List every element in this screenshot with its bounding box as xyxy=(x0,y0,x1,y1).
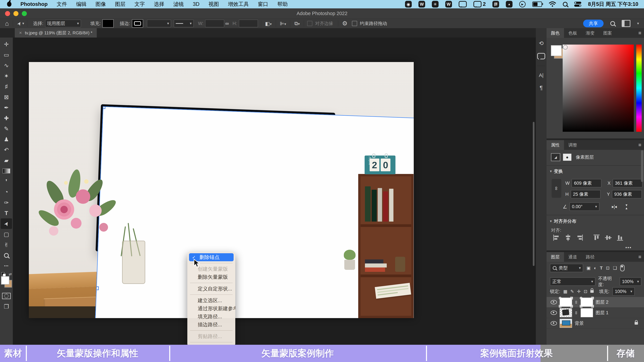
tab-gradients[interactable]: 渐变 xyxy=(582,28,599,38)
shape-height-input[interactable] xyxy=(239,19,258,27)
mask-link-icon[interactable]: ∞ xyxy=(574,301,579,304)
flip-vertical-icon[interactable]: ▾▴ xyxy=(626,204,628,210)
menu-view[interactable]: 视图 xyxy=(209,1,219,8)
edit-toolbar-button[interactable]: ••• xyxy=(1,261,12,271)
collapse-transform-icon[interactable]: ▾ xyxy=(550,169,552,173)
flip-horizontal-icon[interactable]: ▸¦◂ xyxy=(612,204,616,209)
history-panel-icon[interactable]: ⟲ xyxy=(539,40,544,46)
tab-channels[interactable]: 通道 xyxy=(564,252,582,262)
visibility-eye-icon[interactable] xyxy=(550,311,557,315)
layer-row-layer1[interactable]: ∞ 图层 1 xyxy=(546,308,644,318)
brush-tool[interactable]: ✎ xyxy=(1,123,12,134)
align-v-center-icon[interactable] xyxy=(604,234,612,241)
comments-panel-icon[interactable] xyxy=(537,53,545,59)
align-right-icon[interactable] xyxy=(576,234,584,241)
panel-menu-icon[interactable]: ≡ xyxy=(638,140,641,150)
link-wh-icon[interactable]: ∞ xyxy=(552,179,561,198)
marquee-tool[interactable]: ▭ xyxy=(1,49,12,60)
screen-mode-button[interactable]: ❐ xyxy=(1,301,12,312)
filter-adjustment-icon[interactable]: ◐ xyxy=(594,266,597,271)
tab-properties[interactable]: 属性 xyxy=(546,140,564,150)
share-button[interactable]: 共享 xyxy=(583,19,604,27)
dodge-tool[interactable]: ◔ xyxy=(1,187,12,197)
tab-patterns[interactable]: 图案 xyxy=(599,28,616,38)
layer2-vector-mask-thumbnail[interactable] xyxy=(580,298,593,307)
opacity-dropdown[interactable]: 100%▾ xyxy=(620,277,641,286)
status-app3-icon[interactable]: W xyxy=(445,1,452,7)
rectangle-tool[interactable]: ▢ xyxy=(1,229,12,240)
chapter-label-4[interactable]: 案例镜面折射效果 xyxy=(426,345,607,362)
menu-photoshop[interactable]: Photoshop xyxy=(20,1,48,7)
context-fill-path[interactable]: 填充路径... xyxy=(187,313,235,321)
menu-edit[interactable]: 编辑 xyxy=(76,1,86,8)
layer1-mask-thumbnail[interactable] xyxy=(580,308,593,317)
status-input-method-icon[interactable]: 拼 xyxy=(492,1,499,7)
stroke-width-dropdown[interactable]: ▾ xyxy=(147,19,171,27)
filter-toggle-icon[interactable] xyxy=(620,265,624,271)
angle-input[interactable]: 0.00°▾ xyxy=(570,202,600,211)
menu-file[interactable]: 文件 xyxy=(57,1,67,8)
foreground-color-chip[interactable] xyxy=(551,45,562,56)
align-top-icon[interactable] xyxy=(593,234,600,241)
control-center-icon[interactable] xyxy=(574,2,581,7)
chapter-label-3[interactable]: 矢量蒙版案例制作 xyxy=(169,345,426,362)
chapter-label-1[interactable]: 素材 xyxy=(0,345,26,362)
canvas-area[interactable]: NOV 2 0 xyxy=(13,37,536,345)
align-more-button[interactable]: ••• xyxy=(626,245,632,250)
canvas-vertical-scrollbar[interactable] xyxy=(533,122,534,266)
context-stroke-path[interactable]: 描边路径... xyxy=(187,321,235,329)
blur-tool[interactable]: ❜ xyxy=(1,176,12,187)
fill-swatch[interactable] xyxy=(102,19,114,28)
constrain-path-checkbox[interactable] xyxy=(352,21,357,26)
type-tool[interactable]: T xyxy=(1,208,12,218)
character-panel-icon[interactable]: A| xyxy=(539,72,544,78)
status-siri-icon[interactable]: ✳ xyxy=(432,1,438,7)
visibility-eye-icon[interactable] xyxy=(550,300,557,304)
stroke-swatch[interactable] xyxy=(132,19,143,28)
hue-slider[interactable] xyxy=(636,44,642,132)
status-message-icon[interactable] xyxy=(459,1,467,7)
apple-menu-icon[interactable] xyxy=(7,2,12,7)
properties-scrollbar[interactable] xyxy=(641,150,643,182)
shape-width-input[interactable] xyxy=(205,19,224,27)
clone-stamp-tool[interactable]: ♟ xyxy=(1,134,12,144)
color-field[interactable] xyxy=(563,44,634,132)
foreground-color-swatch[interactable] xyxy=(1,276,10,285)
crop-tool[interactable]: ♯ xyxy=(1,81,12,92)
gear-icon[interactable]: ⚙ xyxy=(341,20,348,27)
layer-name[interactable]: 图层 1 xyxy=(596,310,608,316)
align-h-center-icon[interactable] xyxy=(564,234,572,241)
path-selection-tool[interactable]: ➤ xyxy=(1,218,12,229)
context-new-guides-from-shape[interactable]: 通过形状新建参考线 xyxy=(187,305,235,313)
menu-layer[interactable]: 图层 xyxy=(115,1,126,8)
quick-mask-button[interactable] xyxy=(1,291,12,301)
lasso-tool[interactable]: ∿ xyxy=(1,60,12,70)
layer2-thumbnail[interactable] xyxy=(560,298,572,307)
lock-position-icon[interactable]: ✛ xyxy=(577,289,581,294)
panel-menu-icon[interactable]: ≡ xyxy=(638,252,641,262)
lock-pixels-icon[interactable]: ✎ xyxy=(570,289,574,294)
eraser-tool[interactable]: ▰ xyxy=(1,155,12,166)
workspace-chevron-icon[interactable]: ▾ xyxy=(637,21,639,26)
menu-plugins[interactable]: 增效工具 xyxy=(228,1,249,8)
search-icon[interactable] xyxy=(610,21,615,26)
collapse-align-icon[interactable]: ▾ xyxy=(550,219,552,223)
align-left-icon[interactable] xyxy=(552,234,560,241)
home-icon[interactable]: ⌂ xyxy=(4,20,10,27)
close-document-icon[interactable]: × xyxy=(19,30,22,35)
pixel-layer-icon[interactable]: ◢ xyxy=(551,153,560,161)
visibility-eye-icon[interactable] xyxy=(550,321,557,326)
filter-smart-object-icon[interactable]: ❑ xyxy=(613,266,617,271)
menu-3d[interactable]: 3D xyxy=(193,1,200,7)
menu-window[interactable]: 窗口 xyxy=(258,1,268,8)
frame-tool[interactable]: ⊠ xyxy=(1,92,12,102)
paragraph-panel-icon[interactable]: ¶ xyxy=(540,84,543,91)
menu-help[interactable]: 帮助 xyxy=(278,1,288,8)
context-delete-vector-mask[interactable]: 删除矢量蒙版 xyxy=(187,273,235,281)
workspace-switcher-icon[interactable] xyxy=(622,20,630,27)
layer-row-background[interactable]: 背景 xyxy=(546,318,644,329)
eyedropper-tool[interactable]: ✒ xyxy=(1,102,12,113)
color-swatches[interactable]: ⇄ xyxy=(0,272,13,291)
status-app2-icon[interactable]: W xyxy=(418,1,425,7)
layer1-thumbnail[interactable] xyxy=(560,308,572,317)
